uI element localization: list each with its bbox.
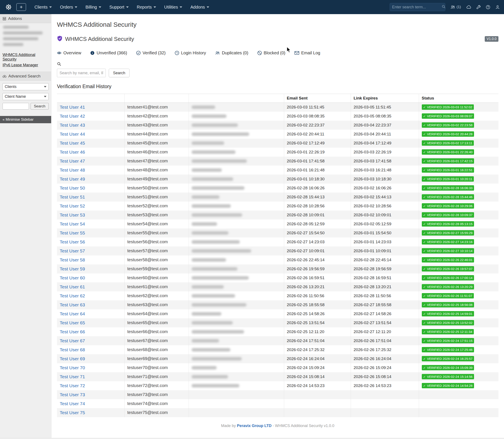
menu-item-addons[interactable]: Addons xyxy=(186,0,213,14)
whmcs-logo-icon[interactable] xyxy=(4,3,13,11)
global-search-input[interactable] xyxy=(392,5,442,9)
client-name-link[interactable]: Test User 63 xyxy=(60,302,85,307)
client-name-link[interactable]: Test User 54 xyxy=(60,221,85,226)
search-icon[interactable] xyxy=(442,5,446,9)
tab-email-log[interactable]: Email Log xyxy=(294,50,320,55)
client-name-link[interactable]: Test User 74 xyxy=(60,401,85,406)
verified-badge: VERIFIED 2026-02-25 14:59:01 xyxy=(422,311,474,317)
table-row: Test User 51 testuser51@test.com 2026-02… xyxy=(57,193,498,202)
client-name-link[interactable]: Test User 45 xyxy=(60,141,85,146)
table-row: Test User 60 testuser60@test.com 2026-02… xyxy=(57,273,498,282)
client-name-link[interactable]: Test User 72 xyxy=(60,383,85,388)
clients-select[interactable]: Clients xyxy=(2,83,49,90)
tab-duplicates[interactable]: Duplicates (0) xyxy=(215,50,248,55)
help-icon[interactable] xyxy=(486,5,490,9)
client-name-link[interactable]: Test User 69 xyxy=(60,356,85,361)
link-expires-cell: 2026-02-28 16:59:51 xyxy=(351,273,419,282)
client-name-link[interactable]: Test User 71 xyxy=(60,374,85,379)
badge-text: VERIFIED 2026-03-01 17:42:15 xyxy=(427,159,473,163)
sidebar-advanced-search-header: Advanced Search xyxy=(0,72,51,81)
client-name-link[interactable]: Test User 56 xyxy=(60,239,85,244)
cloud-icon[interactable] xyxy=(466,5,471,9)
client-name-link[interactable]: Test User 52 xyxy=(60,204,85,208)
table-row: Test User 55 testuser55@test.com 2026-02… xyxy=(57,229,498,237)
client-name-link[interactable]: Test User 61 xyxy=(60,284,85,289)
email-history-search-input[interactable] xyxy=(57,69,106,77)
tab-login-history[interactable]: Login History xyxy=(175,50,206,55)
client-name-link[interactable]: Test User 50 xyxy=(60,185,85,190)
tab-unverified[interactable]: Unverified (366) xyxy=(90,50,127,55)
badge-text: VERIFIED 2026-02-24 14:54:28 xyxy=(427,384,473,388)
email-table-body: Test User 41 testuser41@test.com 2026-03… xyxy=(57,103,498,417)
client-name-link[interactable]: Test User 47 xyxy=(60,159,85,163)
sidebar-search-input[interactable] xyxy=(2,103,29,110)
client-name-link[interactable]: Test User 67 xyxy=(60,338,85,343)
client-name-link[interactable]: Test User 60 xyxy=(60,275,85,280)
client-name-link[interactable]: Test User 64 xyxy=(60,311,85,316)
menu-item-orders[interactable]: Orders xyxy=(56,0,81,14)
client-name-link[interactable]: Test User 58 xyxy=(60,257,85,262)
badge-text: VERIFIED 2026-03-02 20:44:28 xyxy=(427,132,473,136)
table-row: Test User 72 testuser72@test.com 2026-02… xyxy=(57,381,498,390)
client-name-link[interactable]: Test User 42 xyxy=(60,114,85,119)
client-name-link[interactable]: Test User 49 xyxy=(60,176,85,182)
verified-badge: VERIFIED 2026-02-24 17:25:46 xyxy=(422,347,474,352)
link-expires-cell: 2026-03-05 08:08:35 xyxy=(351,112,419,121)
sidebar-search-button[interactable]: Search xyxy=(31,103,49,110)
quick-add-button[interactable]: + xyxy=(16,3,26,11)
user-icon[interactable] xyxy=(495,5,500,9)
client-name-link[interactable]: Test User 68 xyxy=(60,347,85,352)
client-name-link[interactable]: Test User 51 xyxy=(60,195,85,199)
sidebar-link-ipv6-lease-manager[interactable]: IPv6 Lease Manager xyxy=(2,63,49,67)
table-row: Test User 41 testuser41@test.com 2026-03… xyxy=(57,103,498,112)
client-email: testuser68@test.com xyxy=(127,347,168,352)
client-name-select[interactable]: Client Name xyxy=(2,93,49,100)
client-name-link[interactable]: Test User 46 xyxy=(60,149,85,155)
redacted-cell xyxy=(192,258,226,262)
tab-verified[interactable]: Verified (32) xyxy=(136,50,166,55)
client-name-link[interactable]: Test User 66 xyxy=(60,329,85,334)
redacted-cell xyxy=(192,159,247,163)
minimise-sidebar-button[interactable]: « Minimise Sidebar xyxy=(0,116,51,123)
client-name-link[interactable]: Test User 53 xyxy=(60,212,85,217)
menu-item-reports[interactable]: Reports xyxy=(133,0,160,14)
tab-blocked[interactable]: Blocked (0) xyxy=(257,50,285,55)
chevron-down-icon xyxy=(99,6,101,8)
email-history-search-button[interactable]: Search xyxy=(109,69,129,77)
verified-badge: VERIFIED 2026-02-25 13:52:02 xyxy=(422,320,474,325)
badge-text: VERIFIED 2026-02-25 18:56:08 xyxy=(427,303,473,306)
client-name-link[interactable]: Test User 44 xyxy=(60,132,85,136)
badge-text: VERIFIED 2026-02-28 10:09:37 xyxy=(427,213,473,217)
wrench-icon[interactable] xyxy=(476,5,481,9)
client-name-link[interactable]: Test User 62 xyxy=(60,293,85,298)
client-name-link[interactable]: Test User 48 xyxy=(60,168,85,172)
client-email: testuser49@test.com xyxy=(127,176,168,181)
peravix-link[interactable]: Peravix Group LTD xyxy=(237,424,272,428)
main-menu: Clients Orders Billing Support Reports U… xyxy=(30,0,213,14)
client-name-link[interactable]: Test User 41 xyxy=(60,105,85,110)
client-name-link[interactable]: Test User 55 xyxy=(60,231,85,235)
history-icon xyxy=(175,51,179,55)
staff-online-icon[interactable]: (1) xyxy=(451,5,461,9)
menu-item-clients[interactable]: Clients xyxy=(30,0,56,14)
client-name-link[interactable]: Test User 57 xyxy=(60,248,85,253)
link-expires-cell: 2026-03-03 22:26:19 xyxy=(351,148,419,157)
client-name-link[interactable]: Test User 70 xyxy=(60,365,85,370)
sidebar-link-whmcs-additional-security[interactable]: WHMCS Additional Security xyxy=(2,53,49,62)
menu-item-utilities[interactable]: Utilities xyxy=(160,0,186,14)
verified-badge: VERIFIED 2026-02-24 14:54:28 xyxy=(422,383,474,388)
tab-overview[interactable]: Overview xyxy=(57,50,81,55)
client-email: testuser73@test.com xyxy=(127,392,168,397)
menu-item-billing[interactable]: Billing xyxy=(81,0,105,14)
client-email: testuser70@test.com xyxy=(127,365,168,370)
client-name-link[interactable]: Test User 43 xyxy=(60,122,85,127)
client-name-link[interactable]: Test User 75 xyxy=(60,410,85,415)
redacted-cell xyxy=(192,195,219,199)
client-name-link[interactable]: Test User 65 xyxy=(60,320,85,325)
client-email: testuser66@test.com xyxy=(127,329,168,334)
menu-item-support[interactable]: Support xyxy=(105,0,133,14)
redacted-cell xyxy=(192,348,230,352)
link-expires-cell: 2026-03-02 10:09:01 xyxy=(351,210,419,220)
client-name-link[interactable]: Test User 59 xyxy=(60,266,85,271)
client-name-link[interactable]: Test User 73 xyxy=(60,392,85,397)
